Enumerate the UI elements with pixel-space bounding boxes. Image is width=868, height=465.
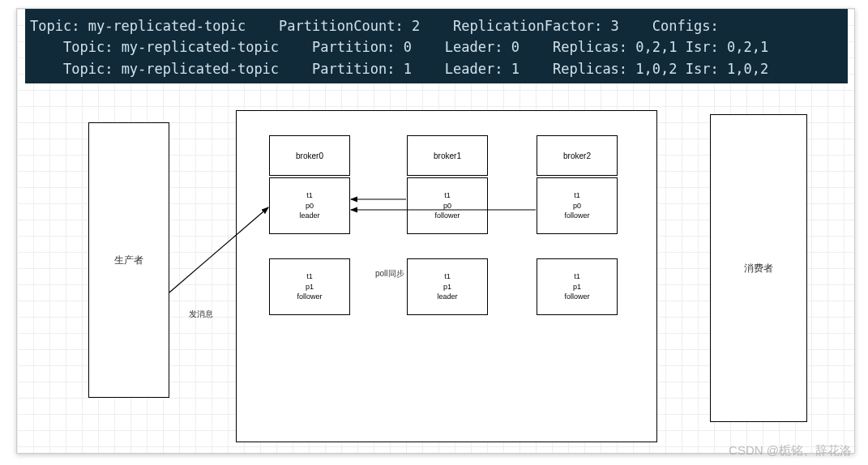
- broker1-p1: t1 p1 leader: [407, 258, 488, 315]
- broker0-header: broker0: [269, 135, 350, 176]
- broker2-p0: t1 p0 follower: [537, 177, 618, 234]
- broker2-column: broker2 t1 p0 follower t1 p1 follower: [537, 135, 618, 315]
- term-line1: Topic: my-replicated-topic PartitionCoun…: [30, 18, 719, 34]
- poll-sync-label: poll同步: [375, 268, 404, 279]
- broker1-header: broker1: [407, 135, 488, 176]
- broker0-column: broker0 t1 p0 leader t1 p1 follower: [269, 135, 350, 315]
- cluster-box: broker0 t1 p0 leader t1 p1 follower brok…: [236, 110, 657, 442]
- terminal-output: Topic: my-replicated-topic PartitionCoun…: [25, 9, 848, 83]
- broker0-p0: t1 p0 leader: [269, 177, 350, 234]
- send-message-label: 发消息: [189, 309, 213, 320]
- producer-label: 生产者: [114, 254, 143, 267]
- producer-box: 生产者: [88, 122, 169, 398]
- broker2-header: broker2: [537, 135, 618, 176]
- diagram-area: 生产者 broker0 t1 p0 leader t1 p1 follower …: [17, 98, 854, 430]
- broker0-p1: t1 p1 follower: [269, 258, 350, 315]
- broker2-p1: t1 p1 follower: [537, 258, 618, 315]
- screenshot-frame: Topic: my-replicated-topic PartitionCoun…: [16, 8, 855, 454]
- watermark: CSDN @栀铭、辞花洛: [729, 443, 852, 459]
- term-line3: Topic: my-replicated-topic Partition: 1 …: [30, 61, 768, 77]
- consumer-box: 消费者: [710, 114, 807, 422]
- broker1-p0: t1 p0 follower: [407, 177, 488, 234]
- broker1-column: broker1 t1 p0 follower t1 p1 leader: [407, 135, 488, 315]
- term-line2: Topic: my-replicated-topic Partition: 0 …: [30, 39, 768, 55]
- consumer-label: 消费者: [744, 262, 773, 275]
